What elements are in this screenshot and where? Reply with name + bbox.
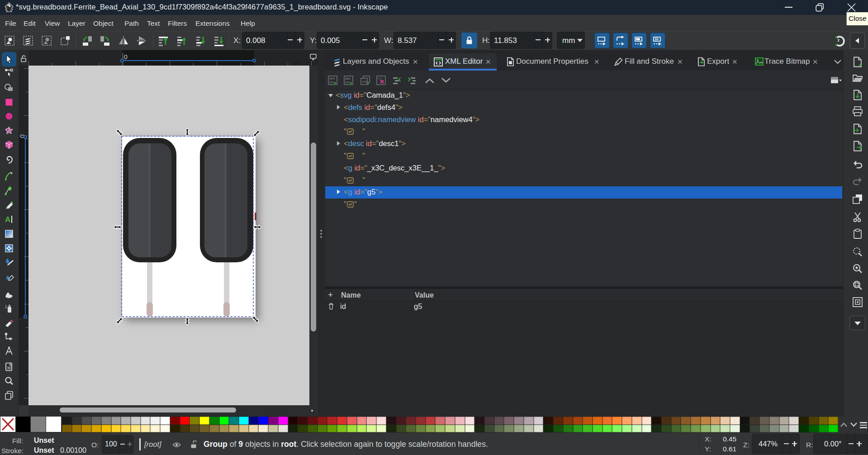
svg-text:A: A [5,215,10,224]
svg-text:<>: <> [362,80,367,84]
svg-text:<>: <> [378,76,382,81]
svg-text:<>: <> [329,80,334,85]
svg-text:<>: <> [345,80,350,85]
